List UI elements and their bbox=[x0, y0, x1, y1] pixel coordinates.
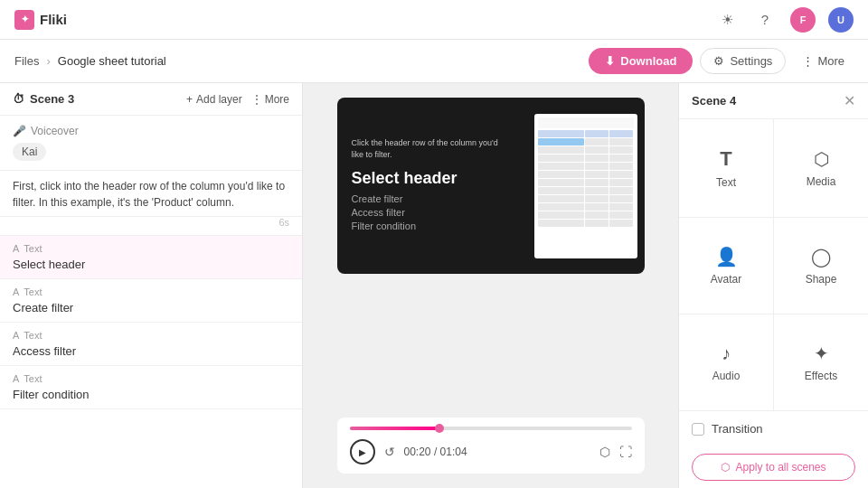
sun-icon[interactable]: ☀ bbox=[714, 7, 740, 33]
layer-type-2: A Text bbox=[13, 330, 289, 341]
transition-row: Transition bbox=[679, 410, 868, 446]
layer-item-3[interactable]: A Text Filter condition bbox=[0, 366, 302, 409]
apply-all-button[interactable]: ⬡ Apply to all scenes bbox=[692, 454, 855, 481]
download-icon: ⬇ bbox=[605, 54, 615, 68]
preview-list: Create filter Access filter Filter condi… bbox=[352, 193, 513, 234]
main-layout: ⏱ Scene 3 + Add layer ⋮ More 🎤 Voiceover… bbox=[0, 83, 868, 488]
right-panel: Scene 4 ✕ T Text ⬡ Media 👤 Avatar ◯ Shap… bbox=[678, 83, 868, 488]
avatar-main[interactable]: F bbox=[790, 7, 816, 33]
layer-name-0: Select header bbox=[13, 258, 289, 271]
layer-type-label-1: Text bbox=[24, 286, 42, 297]
preview-right bbox=[527, 98, 645, 274]
scene-panel-title: Scene 4 bbox=[692, 94, 736, 108]
scene-title-text: Scene 3 bbox=[30, 92, 74, 106]
panel-item-avatar[interactable]: 👤 Avatar bbox=[679, 218, 773, 314]
audio-panel-icon: ♪ bbox=[722, 343, 731, 364]
preview-left: Click the header row of the column you'd… bbox=[337, 98, 527, 274]
progress-thumb[interactable] bbox=[435, 424, 444, 433]
transition-label: Transition bbox=[712, 422, 763, 436]
avatar-user[interactable]: U bbox=[828, 7, 854, 33]
panel-item-media[interactable]: ⬡ Media bbox=[774, 119, 868, 217]
preview-content: Click the header row of the column you'd… bbox=[337, 98, 645, 274]
scene-panel-header: Scene 4 ✕ bbox=[679, 83, 868, 119]
text-type-icon-1: A bbox=[13, 286, 19, 297]
voiceover-label: 🎤 Voiceover bbox=[13, 125, 289, 137]
panel-grid: T Text ⬡ Media 👤 Avatar ◯ Shape ♪ Audio … bbox=[679, 119, 868, 410]
voice-badge[interactable]: Kai bbox=[13, 143, 46, 161]
layer-type-0: A Text bbox=[13, 243, 289, 254]
add-layer-button[interactable]: + Add layer bbox=[186, 93, 242, 106]
player-controls: ▶ ↺ 00:20 / 01:04 ⬡ ⛶ bbox=[350, 439, 632, 465]
settings-button[interactable]: ⚙ Settings bbox=[700, 48, 786, 74]
current-time: 00:20 bbox=[404, 446, 431, 458]
text-panel-icon: T bbox=[720, 147, 731, 171]
close-button[interactable]: ✕ bbox=[844, 92, 855, 109]
share-button[interactable]: ⬡ bbox=[599, 445, 610, 459]
breadcrumb-files[interactable]: Files bbox=[14, 54, 39, 68]
brand: ✦ Fliki bbox=[14, 10, 67, 30]
scene-dots-icon: ⋮ bbox=[251, 93, 262, 106]
add-icon: + bbox=[186, 93, 193, 106]
effects-panel-label: Effects bbox=[805, 370, 837, 382]
text-panel-label: Text bbox=[716, 176, 736, 189]
layers-list: A Text Select header A Text Create filte… bbox=[0, 236, 302, 488]
preview-list-item-2: Filter condition bbox=[352, 221, 513, 231]
add-layer-label: Add layer bbox=[196, 93, 242, 106]
layer-name-3: Filter condition bbox=[13, 388, 289, 401]
download-button[interactable]: ⬇ Download bbox=[589, 48, 693, 74]
layer-name-1: Create filter bbox=[13, 301, 289, 314]
panel-item-audio[interactable]: ♪ Audio bbox=[679, 314, 773, 410]
download-label: Download bbox=[620, 54, 676, 68]
preview-list-item-1: Access filter bbox=[352, 207, 513, 218]
shape-panel-icon: ◯ bbox=[811, 246, 831, 267]
scene-title: ⏱ Scene 3 bbox=[13, 92, 74, 106]
layer-name-2: Access filter bbox=[13, 344, 289, 358]
time-sep: / bbox=[434, 446, 440, 458]
voiceover-text-label: Voiceover bbox=[31, 125, 79, 137]
help-icon[interactable]: ? bbox=[752, 7, 778, 33]
brand-name: Fliki bbox=[40, 12, 67, 27]
more-label: More bbox=[817, 54, 844, 68]
fullscreen-button[interactable]: ⛶ bbox=[619, 445, 632, 459]
ss-toolbar bbox=[538, 117, 634, 128]
panel-item-text[interactable]: T Text bbox=[679, 119, 773, 217]
text-type-icon-0: A bbox=[13, 243, 19, 254]
transition-checkbox[interactable] bbox=[692, 423, 704, 436]
more-button-top[interactable]: ⋮ More bbox=[793, 49, 854, 73]
play-icon: ▶ bbox=[359, 447, 366, 457]
layer-type-label-2: Text bbox=[24, 330, 42, 341]
time-badge: 6s bbox=[0, 217, 302, 236]
effects-panel-icon: ✦ bbox=[814, 343, 829, 364]
shape-panel-label: Shape bbox=[806, 273, 837, 286]
more-scene-label: More bbox=[265, 93, 289, 106]
mic-icon: 🎤 bbox=[13, 125, 26, 137]
preview-main-text: Select header bbox=[352, 169, 513, 188]
layer-type-label-0: Text bbox=[24, 243, 42, 254]
more-button-scene[interactable]: ⋮ More bbox=[251, 93, 289, 106]
avatar-panel-label: Avatar bbox=[711, 273, 741, 286]
video-preview[interactable]: Click the header row of the column you'd… bbox=[337, 98, 645, 274]
scene-header: ⏱ Scene 3 + Add layer ⋮ More bbox=[0, 83, 302, 116]
breadcrumb-current: Google sheet tutorial bbox=[58, 54, 166, 68]
avatar-panel-icon: 👤 bbox=[715, 246, 738, 267]
panel-item-shape[interactable]: ◯ Shape bbox=[774, 218, 868, 314]
apply-all-label: Apply to all scenes bbox=[735, 461, 826, 474]
scene-actions: + Add layer ⋮ More bbox=[186, 93, 289, 106]
voiceover-body: First, click into the header row of the … bbox=[0, 171, 302, 217]
layer-item-1[interactable]: A Text Create filter bbox=[0, 279, 302, 323]
play-button[interactable]: ▶ bbox=[350, 439, 375, 465]
spreadsheet-mock bbox=[534, 114, 637, 258]
apply-icon: ⬡ bbox=[721, 461, 730, 474]
breadcrumb-bar: Files › Google sheet tutorial ⬇ Download… bbox=[0, 40, 868, 83]
preview-subtitle: Click the header row of the column you'd… bbox=[352, 137, 513, 160]
progress-bar[interactable] bbox=[350, 427, 632, 430]
panel-item-effects[interactable]: ✦ Effects bbox=[774, 314, 868, 410]
layer-item-2[interactable]: A Text Access filter bbox=[0, 323, 302, 366]
replay-button[interactable]: ↺ bbox=[384, 445, 395, 459]
layer-item-0[interactable]: A Text Select header bbox=[0, 236, 302, 279]
text-type-icon-3: A bbox=[13, 373, 19, 384]
media-panel-label: Media bbox=[807, 175, 836, 188]
breadcrumb-actions: ⬇ Download ⚙ Settings ⋮ More bbox=[589, 48, 854, 74]
total-time: 01:04 bbox=[440, 446, 467, 458]
center-panel: Click the header row of the column you'd… bbox=[303, 83, 678, 488]
